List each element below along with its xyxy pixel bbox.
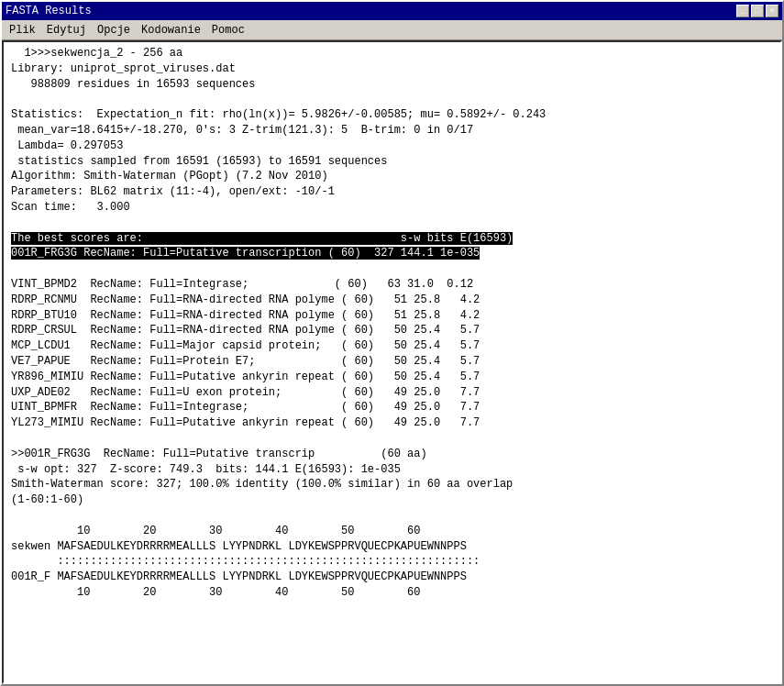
title-bar-buttons: _ □ × — [736, 5, 778, 17]
window-title: FASTA Results — [6, 5, 92, 17]
menu-kodowanie[interactable]: Kodowanie — [136, 22, 206, 39]
menu-plik[interactable]: Plik — [4, 22, 41, 39]
close-button[interactable]: × — [766, 5, 778, 17]
minimize-button[interactable]: _ — [736, 5, 749, 17]
output-text: 1>>>sekwencja_2 - 256 aa Library: unipro… — [11, 46, 773, 601]
content-area[interactable]: 1>>>sekwencja_2 - 256 aa Library: unipro… — [2, 40, 782, 684]
menu-opcje[interactable]: Opcje — [92, 22, 136, 39]
menu-bar: Plik Edytuj Opcje Kodowanie Pomoc — [2, 20, 782, 40]
menu-edytuj[interactable]: Edytuj — [41, 22, 92, 39]
title-bar: FASTA Results _ □ × — [2, 2, 782, 20]
maximize-button[interactable]: □ — [751, 5, 764, 17]
main-window: FASTA Results _ □ × Plik Edytuj Opcje Ko… — [0, 0, 784, 686]
menu-pomoc[interactable]: Pomoc — [206, 22, 250, 39]
